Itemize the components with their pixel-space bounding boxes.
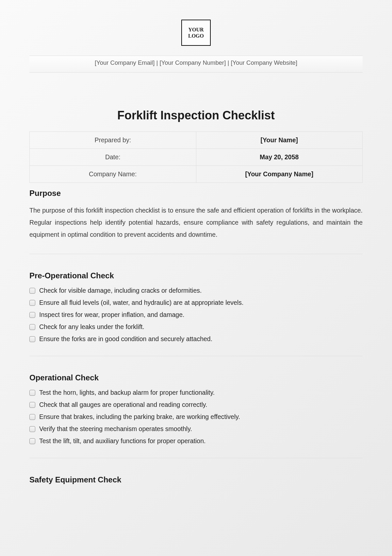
table-row: Date: May 20, 2058 (30, 149, 363, 166)
checklist-item: Verify that the steering mechanism opera… (29, 425, 363, 433)
table-row: Prepared by: [Your Name] (30, 132, 363, 149)
section-heading: Operational Check (29, 373, 363, 382)
divider (29, 458, 363, 458)
info-value: [Your Company Name] (196, 166, 363, 183)
checkbox-icon[interactable] (29, 402, 35, 408)
checklist-item: Ensure the forks are in good condition a… (29, 335, 363, 343)
checklist-item-label: Ensure that brakes, including the parkin… (39, 413, 240, 421)
checklist-item: Test the lift, tilt, and auxiliary funct… (29, 437, 363, 445)
checkbox-icon[interactable] (29, 414, 35, 420)
checkbox-icon[interactable] (29, 390, 35, 396)
info-label: Company Name: (30, 166, 196, 183)
checklist-item: Check that all gauges are operational an… (29, 401, 363, 408)
info-table: Prepared by: [Your Name] Date: May 20, 2… (29, 131, 363, 183)
section-heading: Safety Equipment Check (29, 475, 363, 484)
checkbox-icon[interactable] (29, 312, 35, 318)
checklist: Test the horn, lights, and backup alarm … (29, 389, 363, 445)
checklist-item-label: Check for any leaks under the forklift. (39, 323, 144, 331)
checkbox-icon[interactable] (29, 438, 35, 444)
section-heading: Pre-Operational Check (29, 271, 363, 280)
checklist-item-label: Check for visible damage, including crac… (39, 287, 202, 294)
checkbox-icon[interactable] (29, 426, 35, 432)
divider (29, 356, 363, 356)
table-row: Company Name: [Your Company Name] (30, 166, 363, 183)
purpose-text: The purpose of this forklift inspection … (29, 204, 363, 241)
info-value: May 20, 2058 (196, 149, 363, 166)
checklist-item: Check for visible damage, including crac… (29, 287, 363, 294)
checkbox-icon[interactable] (29, 288, 35, 294)
checklist-item-label: Ensure the forks are in good condition a… (39, 335, 212, 343)
checklist-item: Check for any leaks under the forklift. (29, 323, 363, 331)
checkbox-icon[interactable] (29, 336, 35, 342)
checkbox-icon[interactable] (29, 324, 35, 330)
logo-placeholder: YOUR LOGO (181, 20, 211, 46)
checklist-item-label: Test the horn, lights, and backup alarm … (39, 389, 215, 396)
checklist: Check for visible damage, including crac… (29, 287, 363, 343)
page-title: Forklift Inspection Checklist (29, 109, 363, 122)
checkbox-icon[interactable] (29, 300, 35, 306)
checklist-item: Ensure all fluid levels (oil, water, and… (29, 299, 363, 306)
checklist-item-label: Inspect tires for wear, proper inflation… (39, 311, 184, 319)
checklist-item: Test the horn, lights, and backup alarm … (29, 389, 363, 396)
contact-info-bar: [Your Company Email] | [Your Company Num… (29, 56, 363, 73)
info-label: Date: (30, 149, 196, 166)
checklist-item-label: Verify that the steering mechanism opera… (39, 425, 192, 433)
info-value: [Your Name] (196, 132, 363, 149)
info-label: Prepared by: (30, 132, 196, 149)
checklist-item: Inspect tires for wear, proper inflation… (29, 311, 363, 319)
checklist-item-label: Check that all gauges are operational an… (39, 401, 207, 408)
checklist-item-label: Test the lift, tilt, and auxiliary funct… (39, 437, 205, 445)
checklist-item: Ensure that brakes, including the parkin… (29, 413, 363, 421)
divider (29, 254, 363, 254)
purpose-heading: Purpose (29, 189, 363, 198)
checklist-item-label: Ensure all fluid levels (oil, water, and… (39, 299, 243, 306)
